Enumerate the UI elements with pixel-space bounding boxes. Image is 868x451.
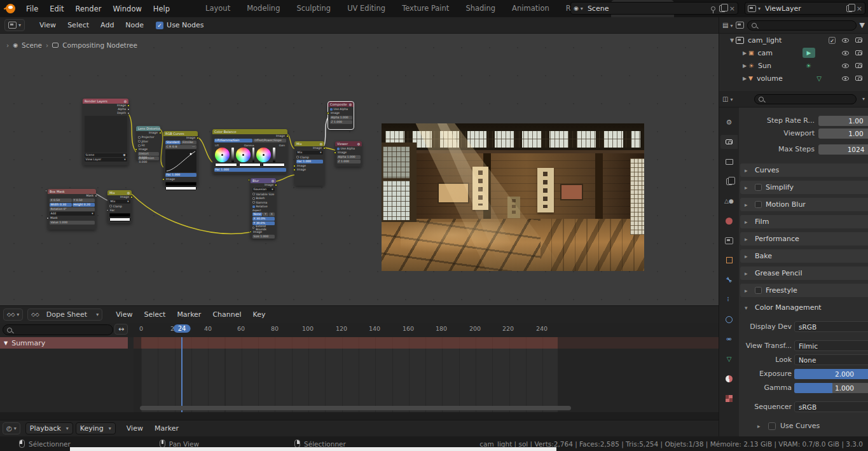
item-label[interactable]: volume (757, 74, 816, 83)
pin-icon[interactable] (711, 6, 715, 11)
editor-type-button[interactable]: ◴▾ (3, 422, 20, 434)
item-label[interactable]: cam (758, 49, 803, 57)
use-nodes-checkbox[interactable]: ✓ (156, 22, 163, 29)
tab-view-layer[interactable] (720, 174, 738, 188)
tab-modeling[interactable]: Modeling (238, 0, 288, 17)
curve-widget[interactable] (165, 149, 196, 172)
menu-help[interactable]: Help (148, 4, 176, 13)
hide-viewport-icon[interactable] (842, 76, 849, 81)
exposure-slider[interactable]: 2.000 (794, 369, 868, 379)
node-rgb-curves[interactable]: RGB Curves Image Standard Filmlike C R G… (163, 131, 198, 186)
menu-view[interactable]: View (34, 21, 62, 29)
tab-object-data[interactable]: ▽ (720, 352, 738, 366)
white-level-swatch[interactable] (165, 186, 196, 190)
black-level-swatch[interactable] (165, 182, 196, 186)
horizontal-scrollbar[interactable] (140, 406, 571, 410)
menu-channel[interactable]: Channel (207, 310, 247, 319)
tab-object[interactable] (720, 253, 738, 267)
editor-type-button[interactable]: ▾ (4, 19, 25, 31)
properties-editor-icon[interactable]: ◫▾ (722, 95, 733, 102)
hide-viewport-icon[interactable] (842, 64, 849, 68)
lift-wheel[interactable] (215, 148, 230, 162)
scene-name[interactable]: Scene (588, 4, 707, 13)
tab-tool[interactable]: ⚙ (720, 115, 738, 129)
camera-data-icon[interactable]: ▶ (803, 48, 815, 58)
menu-view[interactable]: View (121, 424, 149, 433)
playback-dropdown[interactable]: Playback▾ (25, 422, 73, 434)
panel-color-management[interactable]: ▾Color Management:::: (740, 301, 868, 314)
current-frame-badge[interactable]: 24 (174, 324, 191, 333)
panel-freestyle[interactable]: ▸Freestyle:::: (740, 284, 868, 297)
outliner-row-volume[interactable]: ▶ ▼ volume ▽ (719, 72, 868, 85)
tab-sculpting[interactable]: Sculpting (288, 0, 339, 17)
menu-select[interactable]: Select (62, 21, 95, 29)
disable-render-icon[interactable] (855, 76, 862, 81)
menu-marker[interactable]: Marker (171, 310, 207, 319)
gamma-slider[interactable]: 1.000 (794, 383, 868, 393)
panel-bake[interactable]: ▸Bake:::: (740, 249, 868, 263)
expand-range-button[interactable]: ↔ (114, 324, 128, 335)
step-rate-field[interactable]: 1.00 (818, 116, 868, 126)
viewport-field[interactable]: 1.00 (818, 128, 868, 139)
tab-modifiers[interactable]: 🔧︎ (720, 273, 738, 287)
disable-render-icon[interactable] (855, 38, 862, 43)
close-icon[interactable]: × (729, 4, 735, 13)
node-lens-distortion[interactable]: Lens Distortion Image Projector Jitter F… (136, 126, 160, 160)
keying-dropdown[interactable]: Keying▾ (76, 422, 116, 434)
channel-summary[interactable]: ▼ Summary (0, 337, 128, 349)
editor-type-button[interactable]: ◇◇▾ (3, 309, 23, 321)
dope-sheet-mode-dropdown[interactable]: ◇◇ Dope Sheet▾ (27, 309, 102, 321)
tab-layout[interactable]: Layout (197, 0, 238, 17)
tab-animation[interactable]: Animation (504, 0, 558, 17)
menu-key[interactable]: Key (247, 310, 272, 319)
menu-marker[interactable]: Marker (149, 424, 184, 433)
menu-render[interactable]: Render (70, 4, 107, 13)
scene-selector[interactable]: ◉▾ Scene × (570, 2, 738, 15)
tab-uv-editing[interactable]: UV Editing (339, 0, 394, 17)
view-layer-selector[interactable]: ▾ ViewLayer × (745, 2, 865, 15)
view-layer-name[interactable]: ViewLayer (765, 4, 843, 13)
panel-curves[interactable]: ▸Curves:::: (740, 163, 868, 177)
outliner-row-sun[interactable]: ▶ ☀ Sun ☀ (719, 59, 868, 72)
max-steps-field[interactable]: 1024 (818, 144, 868, 155)
options-dropdown-icon[interactable]: ▾ (862, 96, 865, 102)
outliner-display-mode-icon[interactable]: ▤▾ (722, 22, 733, 29)
node-mix-2[interactable]: Mix◍ Image Mix▾ Clamp Fac (107, 190, 132, 223)
tab-particles[interactable]: ⠇ (720, 293, 738, 307)
tab-render[interactable] (720, 135, 738, 149)
node-box-mask[interactable]: Box Mask Mask X 0.50 Y 0.50 Width 0.30 H… (48, 189, 96, 230)
curve-channel-buttons[interactable]: C R G B⋯ (165, 145, 196, 149)
item-label[interactable]: Sun (758, 62, 806, 70)
node-composite[interactable]: Composite◍ Use Alpha Image Alpha 1.000 Z… (328, 102, 354, 129)
tab-output[interactable] (720, 155, 738, 169)
gain-wheel[interactable] (256, 148, 271, 162)
new-layer-icon[interactable] (846, 5, 853, 12)
tab-shading[interactable]: Shading (457, 0, 504, 17)
panel-grease-pencil[interactable]: ▸Grease Pencil:::: (740, 267, 868, 280)
node-blur[interactable]: Blur◍ Image Gaussian▾ Variable Size Boke… (251, 178, 276, 239)
dope-sheet-keys-area[interactable] (134, 337, 719, 412)
filter-collection-icon[interactable] (736, 22, 744, 29)
compositor-canvas[interactable]: › ◉ Scene › Compositing Nodetree (0, 34, 719, 305)
look-dropdown[interactable]: None▾ (794, 354, 868, 365)
new-scene-icon[interactable] (719, 5, 726, 12)
menu-window[interactable]: Window (107, 4, 147, 13)
menu-node[interactable]: Node (120, 21, 149, 29)
tab-material[interactable] (720, 371, 738, 385)
node-render-layers[interactable]: Render Layers◍ Image Alpha Depth Scene◉ … (83, 99, 128, 165)
item-label[interactable]: cam_light (748, 36, 829, 45)
menu-select[interactable]: Select (138, 310, 171, 319)
display-device-dropdown[interactable]: sRGB▾ (794, 321, 868, 332)
collection-checkbox[interactable]: ✓ (829, 37, 836, 44)
mix-color2-swatch[interactable] (109, 218, 130, 221)
tab-collection[interactable] (720, 233, 738, 247)
close-icon[interactable]: × (857, 4, 862, 13)
blender-logo-icon[interactable] (6, 4, 15, 13)
channel-search-input[interactable] (3, 324, 113, 335)
node-viewer[interactable]: Viewer◍ Use Alpha Image Alpha 1.000 Z 1.… (335, 141, 362, 167)
mix-color1-swatch[interactable] (109, 213, 130, 217)
tab-scene[interactable]: △● (720, 194, 738, 208)
tab-world[interactable] (720, 214, 738, 228)
outliner-row-camera[interactable]: ▶ ▣ cam ▶ (719, 46, 868, 59)
hide-viewport-icon[interactable] (842, 38, 849, 43)
